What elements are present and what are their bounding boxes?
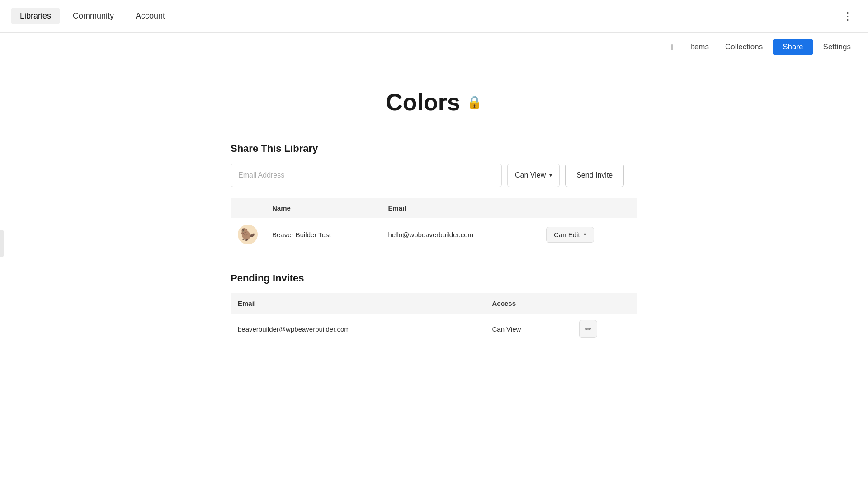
share-section-heading: Share This Library [231,143,637,155]
pencil-icon: ✏ [585,325,591,333]
chevron-down-icon: ▾ [549,172,552,178]
nav-item-libraries[interactable]: Libraries [11,8,60,24]
settings-button[interactable]: Settings [817,40,857,54]
nav-item-account[interactable]: Account [127,8,174,24]
pending-col-actions [572,293,637,314]
members-table-body: 🦫 Beaver Builder Test hello@wpbeaverbuil… [231,218,637,251]
pending-access: Can View [485,314,572,344]
members-table-header: Name Email [231,198,637,218]
pending-table-body: beaverbuilder@wpbeaverbuilder.com Can Vi… [231,314,637,344]
add-button[interactable]: + [664,39,680,55]
share-form: Can View ▾ Send Invite [231,164,637,187]
avatar-cell: 🦫 [231,218,265,251]
nav-items-right: ⋮ [839,6,857,26]
col-name: Name [265,198,381,218]
nav-items-left: Libraries Community Account [11,8,174,24]
chevron-down-icon: ▾ [584,231,586,238]
share-button[interactable]: Share [773,39,813,55]
col-email: Email [381,198,539,218]
member-email: hello@wpbeaverbuilder.com [381,218,539,251]
email-input[interactable] [231,164,502,187]
toolbar: + Items Collections Share Settings [0,33,868,61]
pending-email: beaverbuilder@wpbeaverbuilder.com [231,314,485,344]
page-title-container: Colors 🔒 [231,89,637,116]
member-name: Beaver Builder Test [265,218,381,251]
top-navigation: Libraries Community Account ⋮ [0,0,868,33]
table-row: 🦫 Beaver Builder Test hello@wpbeaverbuil… [231,218,637,251]
more-options-button[interactable]: ⋮ [839,6,857,26]
table-row: beaverbuilder@wpbeaverbuilder.com Can Vi… [231,314,637,344]
nav-item-community[interactable]: Community [64,8,123,24]
avatar: 🦫 [238,225,258,244]
pending-actions-cell: ✏ [572,314,637,344]
lock-icon: 🔒 [467,95,482,110]
pending-col-email: Email [231,293,485,314]
page-title: Colors [386,89,460,116]
member-permission-cell: Can Edit ▾ [539,218,637,251]
permission-dropdown[interactable]: Can View ▾ [507,164,560,187]
pending-section-heading: Pending Invites [231,272,637,284]
pending-col-access: Access [485,293,572,314]
pending-table-header: Email Access [231,293,637,314]
send-invite-button[interactable]: Send Invite [565,164,624,187]
can-edit-label: Can Edit [554,231,580,239]
side-panel-handle [0,230,4,257]
members-table: Name Email 🦫 Beaver Builder Test hello@w… [231,198,637,251]
share-section: Share This Library Can View ▾ Send Invit… [231,143,637,251]
collections-button[interactable]: Collections [719,40,769,54]
permission-label: Can View [515,171,546,179]
col-avatar [231,198,265,218]
avatar-image: 🦫 [241,228,255,242]
plus-icon: + [669,41,675,53]
can-edit-dropdown[interactable]: Can Edit ▾ [546,227,594,243]
edit-invite-button[interactable]: ✏ [579,320,597,338]
items-button[interactable]: Items [684,40,715,54]
col-permission [539,198,637,218]
main-content: Colors 🔒 Share This Library Can View ▾ S… [212,61,656,371]
pending-section: Pending Invites Email Access beaverbuild… [231,272,637,344]
pending-table: Email Access beaverbuilder@wpbeaverbuild… [231,293,637,344]
